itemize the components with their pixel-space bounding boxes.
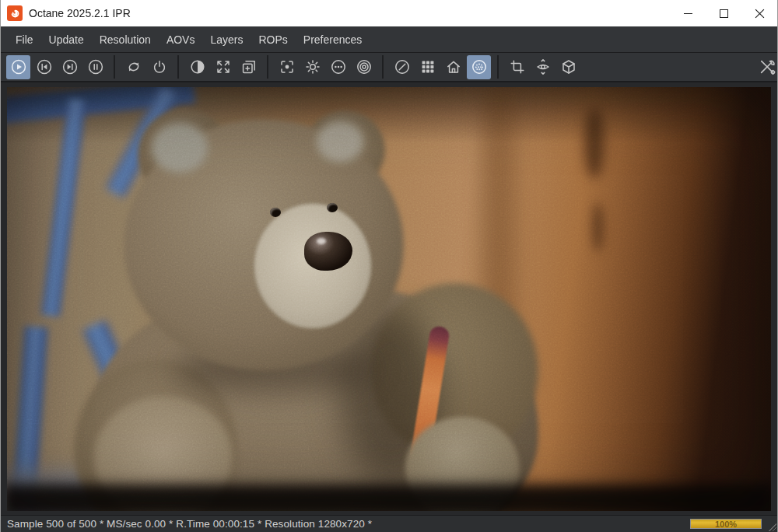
cube-icon [559,58,578,76]
skip-to-start-button[interactable] [32,55,56,79]
geometry-button[interactable] [556,55,580,79]
render-progress-bar: 100% [690,519,762,529]
expand-arrows-icon [214,58,233,76]
exposure-button[interactable] [300,55,324,79]
nose-highlight [317,238,326,244]
reset-home-button[interactable] [441,55,465,79]
render-image[interactable] [7,87,771,511]
title-bar: Octane 2025.2.1 IPR [1,0,777,26]
ellipsis-circle-icon [329,58,348,76]
menu-update[interactable]: Update [41,28,92,51]
door-detail [592,202,604,252]
toolbar [1,53,777,82]
camera-view-button[interactable] [531,55,555,79]
menu-preferences[interactable]: Preferences [296,28,370,51]
render-status-text: Sample 500 of 500 * MS/sec 0.00 * R.Time… [7,518,372,530]
restart-render-button[interactable] [121,55,145,79]
render-target-button[interactable] [352,55,376,79]
menu-bar: File Update Resolution AOVs Layers ROPs … [1,26,777,53]
minimize-button[interactable] [670,0,706,26]
maximize-icon [720,9,728,18]
right-ear-inner-patch [317,121,363,162]
door-detail [584,107,605,179]
skip-to-end-button[interactable] [58,55,82,79]
play-icon [9,58,28,76]
clone-window-icon [240,58,258,76]
focus-picker-icon [278,58,296,76]
minimize-icon [684,13,692,14]
close-button[interactable] [741,0,777,26]
maximize-button[interactable] [706,0,741,26]
home-icon [444,58,463,76]
toolbar-separator [267,55,268,79]
skip-to-end-icon [61,58,79,76]
gauge-icon [393,58,412,76]
stop-render-button[interactable] [147,55,171,79]
crop-icon [508,58,527,76]
toolbar-separator [382,55,384,79]
sun-icon [303,58,322,76]
teddy-bear-left-eye [270,208,281,217]
resize-grip[interactable] [767,522,776,531]
power-icon [150,58,169,76]
clone-viewport-button[interactable] [237,55,261,79]
more-options-button[interactable] [326,55,350,79]
toolbar-separator [497,55,499,79]
restart-icon [124,58,143,76]
pause-button[interactable] [83,55,107,79]
toolbar-separator [177,55,179,79]
focus-picker-button[interactable] [275,55,299,79]
status-bar: Sample 500 of 500 * MS/sec 0.00 * R.Time… [1,515,777,532]
menu-rops[interactable]: ROPs [251,28,295,51]
menu-aovs[interactable]: AOVs [159,28,203,51]
tools-button[interactable] [755,55,778,79]
grid-icon [419,58,437,76]
contrast-button[interactable] [185,55,209,79]
bottom-shadow [7,485,771,511]
speed-gauge-button[interactable] [390,55,414,79]
teddy-bear-right-eye [327,203,338,212]
menu-layers[interactable]: Layers [202,28,251,51]
left-ear-inner-patch [152,123,208,173]
wrench-screwdriver-icon [757,57,777,77]
window-controls [670,0,777,26]
render-viewport [1,82,777,515]
concentric-circles-icon [355,58,373,76]
pause-icon [86,58,105,76]
crop-region-button[interactable] [505,55,529,79]
menu-resolution[interactable]: Resolution [92,28,159,51]
play-button[interactable] [6,55,30,79]
eye-icon [534,58,552,76]
contrast-icon [188,58,207,76]
window-title: Octane 2025.2.1 IPR [29,7,131,19]
progress-wrap: 100% [690,519,762,529]
pixel-grid-button[interactable] [415,55,440,79]
octane-logo-icon [7,5,23,21]
dotted-sphere-icon [470,58,489,76]
fit-view-button[interactable] [211,55,235,79]
toolbar-separator [114,55,115,79]
skip-to-start-icon [35,58,54,76]
close-icon [755,9,765,19]
denoise-button[interactable] [467,55,491,79]
menu-file[interactable]: File [8,28,41,51]
progress-label: 100% [691,520,761,528]
